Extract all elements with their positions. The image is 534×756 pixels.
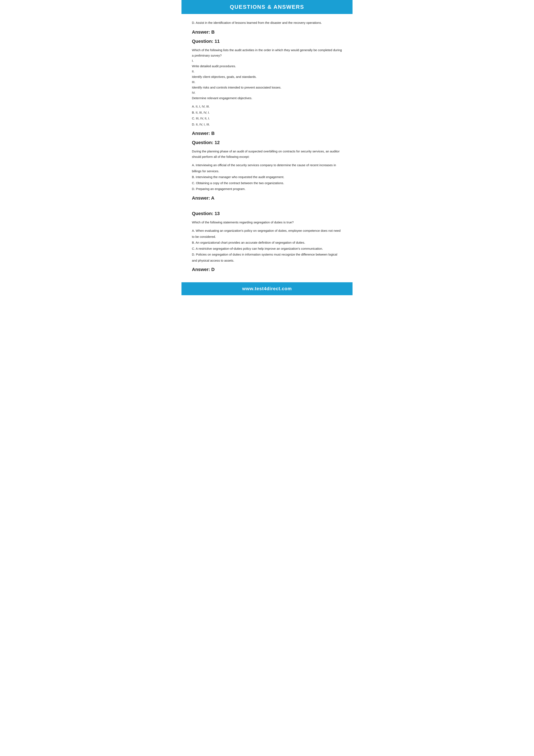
question-13-body-text: Which of the following statements regard… xyxy=(192,221,294,224)
question-13-body: Which of the following statements regard… xyxy=(192,220,342,225)
question-13-title: Question: 13 xyxy=(192,211,342,216)
answer-b-1-section: Answer: B xyxy=(192,29,342,35)
q12-option-d: D. Preparing an engagement program. xyxy=(192,186,342,192)
question-13-section: Question: 13 Which of the following stat… xyxy=(192,211,342,264)
question-11-title: Question: 11 xyxy=(192,39,342,44)
answer-b-2-section: Answer: B xyxy=(192,131,342,136)
q11-item-2-num: II. xyxy=(192,69,195,73)
q12-option-b: B. Interviewing the manager who requeste… xyxy=(192,174,342,180)
answer-a-section: Answer: A xyxy=(192,195,342,201)
question-11-options: A. II, I, IV, III. B. II, III, IV, I. C.… xyxy=(192,104,342,127)
q11-option-c: C. III, IV, II, I. xyxy=(192,116,342,122)
answer-b-1-label: Answer: B xyxy=(192,29,342,35)
footer-text: www.test4direct.com xyxy=(188,286,346,291)
question-12-body: During the planning phase of an audit of… xyxy=(192,148,342,159)
q11-item-3-num: III. xyxy=(192,80,195,84)
question-12-title: Question: 12 xyxy=(192,140,342,145)
answer-b-2-label: Answer: B xyxy=(192,131,342,136)
question-13-options: A. When evaluating an organization's pol… xyxy=(192,228,342,263)
q13-option-c: C. A restrictive segregation-of-duties p… xyxy=(192,246,342,252)
question-11-section: Question: 11 Which of the following list… xyxy=(192,39,342,127)
spacer xyxy=(192,204,342,209)
q11-option-d: D. II, IV, I, III. xyxy=(192,122,342,127)
page-footer: www.test4direct.com xyxy=(182,282,352,295)
q13-option-d: D. Policies on segregation of duties in … xyxy=(192,252,342,263)
q13-option-b: B. An organizational chart provides an a… xyxy=(192,240,342,246)
q12-option-c: C. Obtaining a copy of the contract betw… xyxy=(192,180,342,186)
q11-item-1-num: I. xyxy=(192,59,193,63)
q13-option-a: A. When evaluating an organization's pol… xyxy=(192,228,342,240)
page-header: QUESTIONS & ANSWERS xyxy=(182,0,352,14)
q11-item-1-text: Write detailed audit procedures. xyxy=(192,64,236,68)
question-12-section: Question: 12 During the planning phase o… xyxy=(192,140,342,192)
q11-option-a: A. II, I, IV, III. xyxy=(192,104,342,110)
q11-item-4-num: IV. xyxy=(192,91,195,94)
page-title: QUESTIONS & ANSWERS xyxy=(188,4,346,10)
answer-d-section: Answer: D xyxy=(192,267,342,272)
q11-item-3-text: Identify risks and controls intended to … xyxy=(192,86,281,89)
answer-d-label: Answer: D xyxy=(192,267,342,272)
question-12-body-text: During the planning phase of an audit of… xyxy=(192,149,340,158)
q11-option-b: B. II, III, IV, I. xyxy=(192,110,342,116)
q11-item-2-text: Identify client objectives, goals, and s… xyxy=(192,75,257,78)
question-11-body: Which of the following lists the audit a… xyxy=(192,47,342,101)
q12-option-a: A. Interviewing an official of the secur… xyxy=(192,162,342,174)
q11-item-4-text: Determine relevant engagement objectives… xyxy=(192,96,252,100)
answer-a-label: Answer: A xyxy=(192,195,342,201)
question-11-body-text: Which of the following lists the audit a… xyxy=(192,48,342,57)
intro-text: D. Assist in the identification of lesso… xyxy=(192,20,342,25)
question-12-options: A. Interviewing an official of the secur… xyxy=(192,162,342,192)
main-content: D. Assist in the identification of lesso… xyxy=(182,14,352,282)
